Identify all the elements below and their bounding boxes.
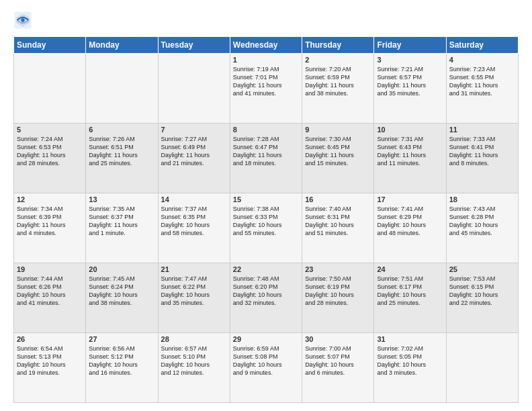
calendar-cell: 16Sunrise: 7:40 AM Sunset: 6:31 PM Dayli…	[302, 193, 374, 263]
day-number: 30	[305, 335, 371, 343]
calendar-cell: 4Sunrise: 7:23 AM Sunset: 6:55 PM Daylig…	[446, 54, 518, 124]
day-number: 21	[161, 265, 227, 273]
calendar-cell: 30Sunrise: 7:00 AM Sunset: 5:07 PM Dayli…	[302, 333, 374, 403]
day-number: 26	[17, 335, 83, 343]
day-number: 24	[377, 265, 443, 273]
day-info: Sunrise: 7:19 AM Sunset: 7:01 PM Dayligh…	[233, 65, 299, 98]
day-info: Sunrise: 7:20 AM Sunset: 6:59 PM Dayligh…	[305, 65, 371, 98]
calendar-week-row: 12Sunrise: 7:34 AM Sunset: 6:39 PM Dayli…	[14, 193, 519, 263]
calendar-cell: 27Sunrise: 6:56 AM Sunset: 5:12 PM Dayli…	[86, 333, 158, 403]
calendar-cell: 26Sunrise: 6:54 AM Sunset: 5:13 PM Dayli…	[14, 333, 86, 403]
day-info: Sunrise: 7:40 AM Sunset: 6:31 PM Dayligh…	[305, 205, 371, 238]
day-number: 7	[161, 126, 227, 134]
calendar-cell: 1Sunrise: 7:19 AM Sunset: 7:01 PM Daylig…	[230, 54, 302, 124]
calendar-cell: 6Sunrise: 7:26 AM Sunset: 6:51 PM Daylig…	[86, 124, 158, 193]
day-number: 10	[377, 126, 443, 134]
day-number: 25	[449, 265, 515, 273]
day-info: Sunrise: 7:30 AM Sunset: 6:45 PM Dayligh…	[305, 135, 371, 168]
calendar-day-header: Monday	[86, 37, 158, 54]
day-number: 9	[305, 126, 371, 134]
day-number: 18	[449, 195, 515, 203]
calendar-week-row: 19Sunrise: 7:44 AM Sunset: 6:26 PM Dayli…	[14, 263, 519, 333]
calendar-cell: 10Sunrise: 7:31 AM Sunset: 6:43 PM Dayli…	[374, 124, 446, 193]
calendar-cell: 5Sunrise: 7:24 AM Sunset: 6:53 PM Daylig…	[14, 124, 86, 193]
day-number: 17	[377, 195, 443, 203]
day-number: 5	[17, 126, 83, 134]
calendar-day-header: Friday	[374, 37, 446, 54]
day-number: 1	[233, 56, 299, 64]
day-info: Sunrise: 7:44 AM Sunset: 6:26 PM Dayligh…	[17, 275, 83, 308]
day-info: Sunrise: 7:23 AM Sunset: 6:55 PM Dayligh…	[449, 65, 515, 98]
day-number: 22	[233, 265, 299, 273]
day-number: 8	[233, 126, 299, 134]
day-number: 13	[89, 195, 154, 203]
day-info: Sunrise: 7:28 AM Sunset: 6:47 PM Dayligh…	[233, 135, 299, 168]
day-number: 20	[89, 265, 154, 273]
calendar-day-header: Wednesday	[230, 37, 302, 54]
header	[13, 11, 519, 30]
day-info: Sunrise: 6:54 AM Sunset: 5:13 PM Dayligh…	[17, 345, 83, 377]
calendar-cell: 7Sunrise: 7:27 AM Sunset: 6:49 PM Daylig…	[158, 124, 230, 193]
day-info: Sunrise: 7:41 AM Sunset: 6:29 PM Dayligh…	[377, 205, 443, 238]
calendar-day-header: Saturday	[446, 37, 518, 54]
calendar-week-row: 1Sunrise: 7:19 AM Sunset: 7:01 PM Daylig…	[14, 54, 519, 124]
calendar-cell: 20Sunrise: 7:45 AM Sunset: 6:24 PM Dayli…	[86, 263, 158, 333]
day-info: Sunrise: 7:50 AM Sunset: 6:19 PM Dayligh…	[305, 275, 371, 308]
day-info: Sunrise: 7:33 AM Sunset: 6:41 PM Dayligh…	[449, 135, 515, 168]
calendar-cell	[446, 333, 518, 403]
day-info: Sunrise: 7:38 AM Sunset: 6:33 PM Dayligh…	[233, 205, 299, 238]
calendar-cell: 19Sunrise: 7:44 AM Sunset: 6:26 PM Dayli…	[14, 263, 86, 333]
calendar-cell	[158, 54, 230, 124]
day-info: Sunrise: 7:53 AM Sunset: 6:15 PM Dayligh…	[449, 275, 515, 308]
day-number: 12	[17, 195, 83, 203]
day-number: 23	[305, 265, 371, 273]
calendar-cell: 14Sunrise: 7:37 AM Sunset: 6:35 PM Dayli…	[158, 193, 230, 263]
calendar-cell: 2Sunrise: 7:20 AM Sunset: 6:59 PM Daylig…	[302, 54, 374, 124]
calendar-cell	[14, 54, 86, 124]
page: SundayMondayTuesdayWednesdayThursdayFrid…	[0, 0, 532, 411]
calendar-day-header: Thursday	[302, 37, 374, 54]
day-number: 4	[449, 56, 515, 64]
day-number: 19	[17, 265, 83, 273]
calendar-cell: 22Sunrise: 7:48 AM Sunset: 6:20 PM Dayli…	[230, 263, 302, 333]
day-number: 6	[89, 126, 154, 134]
calendar-cell	[86, 54, 158, 124]
day-info: Sunrise: 7:02 AM Sunset: 5:05 PM Dayligh…	[377, 345, 443, 377]
calendar-cell: 18Sunrise: 7:43 AM Sunset: 6:28 PM Dayli…	[446, 193, 518, 263]
calendar-week-row: 26Sunrise: 6:54 AM Sunset: 5:13 PM Dayli…	[14, 333, 519, 403]
day-info: Sunrise: 7:45 AM Sunset: 6:24 PM Dayligh…	[89, 275, 154, 308]
day-number: 31	[377, 335, 443, 343]
day-info: Sunrise: 7:47 AM Sunset: 6:22 PM Dayligh…	[161, 275, 227, 308]
calendar-day-header: Tuesday	[158, 37, 230, 54]
calendar-cell: 11Sunrise: 7:33 AM Sunset: 6:41 PM Dayli…	[446, 124, 518, 193]
calendar-cell: 25Sunrise: 7:53 AM Sunset: 6:15 PM Dayli…	[446, 263, 518, 333]
day-info: Sunrise: 6:57 AM Sunset: 5:10 PM Dayligh…	[161, 345, 227, 377]
day-number: 14	[161, 195, 227, 203]
day-number: 29	[233, 335, 299, 343]
calendar-cell: 23Sunrise: 7:50 AM Sunset: 6:19 PM Dayli…	[302, 263, 374, 333]
day-number: 2	[305, 56, 371, 64]
calendar-cell: 13Sunrise: 7:35 AM Sunset: 6:37 PM Dayli…	[86, 193, 158, 263]
calendar-cell: 3Sunrise: 7:21 AM Sunset: 6:57 PM Daylig…	[374, 54, 446, 124]
day-info: Sunrise: 6:59 AM Sunset: 5:08 PM Dayligh…	[233, 345, 299, 377]
day-info: Sunrise: 7:00 AM Sunset: 5:07 PM Dayligh…	[305, 345, 371, 377]
logo-icon	[13, 11, 32, 30]
calendar-cell: 12Sunrise: 7:34 AM Sunset: 6:39 PM Dayli…	[14, 193, 86, 263]
calendar-cell: 29Sunrise: 6:59 AM Sunset: 5:08 PM Dayli…	[230, 333, 302, 403]
day-info: Sunrise: 6:56 AM Sunset: 5:12 PM Dayligh…	[89, 345, 154, 377]
day-info: Sunrise: 7:27 AM Sunset: 6:49 PM Dayligh…	[161, 135, 227, 168]
day-info: Sunrise: 7:51 AM Sunset: 6:17 PM Dayligh…	[377, 275, 443, 308]
day-info: Sunrise: 7:35 AM Sunset: 6:37 PM Dayligh…	[89, 205, 154, 238]
day-number: 16	[305, 195, 371, 203]
day-number: 27	[89, 335, 154, 343]
day-info: Sunrise: 7:48 AM Sunset: 6:20 PM Dayligh…	[233, 275, 299, 308]
day-info: Sunrise: 7:34 AM Sunset: 6:39 PM Dayligh…	[17, 205, 83, 238]
day-info: Sunrise: 7:37 AM Sunset: 6:35 PM Dayligh…	[161, 205, 227, 238]
calendar-cell: 21Sunrise: 7:47 AM Sunset: 6:22 PM Dayli…	[158, 263, 230, 333]
calendar-header-row: SundayMondayTuesdayWednesdayThursdayFrid…	[14, 37, 519, 54]
svg-point-2	[21, 18, 25, 22]
calendar-week-row: 5Sunrise: 7:24 AM Sunset: 6:53 PM Daylig…	[14, 124, 519, 193]
calendar-day-header: Sunday	[14, 37, 86, 54]
calendar-cell: 9Sunrise: 7:30 AM Sunset: 6:45 PM Daylig…	[302, 124, 374, 193]
day-number: 28	[161, 335, 227, 343]
